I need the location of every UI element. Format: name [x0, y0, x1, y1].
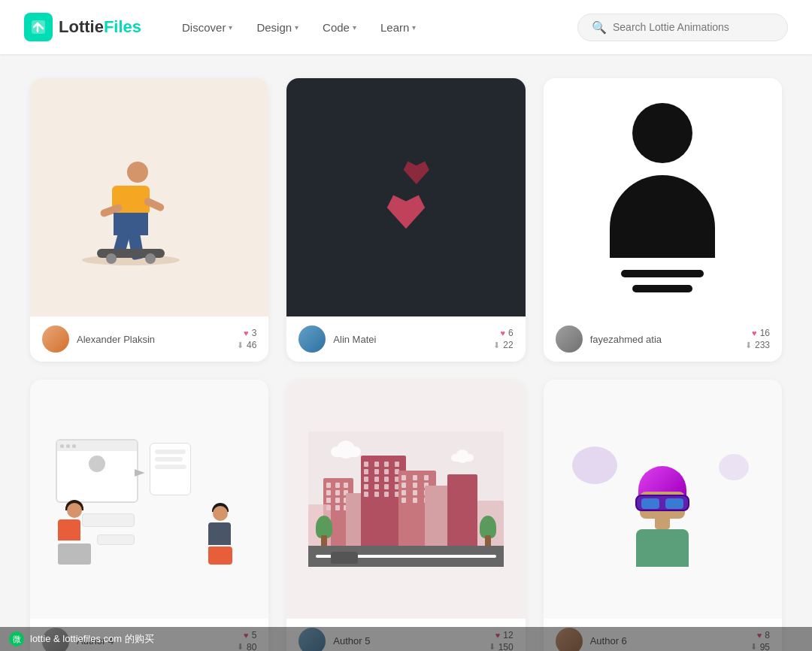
heart-icon: ♥	[244, 329, 249, 338]
logo-text: LottieFiles	[59, 17, 141, 37]
girl-figure	[58, 500, 91, 565]
vr-goggles	[635, 495, 689, 511]
person-body	[610, 175, 715, 258]
card-preview-6	[544, 380, 782, 618]
nav-code[interactable]: Code ▾	[312, 15, 367, 40]
vr-head	[632, 466, 692, 519]
author-name-3: fayezahmed atia	[590, 334, 738, 345]
watermark-bar: 微 lottie & lottiefiles.com 的购买	[0, 627, 812, 651]
chevron-down-icon: ▾	[295, 23, 298, 32]
heart-icon: ♥	[752, 329, 757, 338]
logo-icon	[24, 13, 53, 41]
vr-neck	[655, 519, 670, 529]
cloud-1	[331, 447, 361, 457]
browser-window	[56, 439, 138, 503]
likes-count-1: 3	[252, 328, 257, 338]
main-nav: Discover ▾ Design ▾ Code ▾ Learn ▾	[171, 15, 426, 40]
car	[331, 552, 358, 564]
person-illustration	[610, 103, 715, 292]
guy-figure	[208, 503, 232, 565]
downloads-row-2: ⬇ 22	[493, 340, 513, 350]
animation-card-3[interactable]: fayezahmed atia ♥ 16 ⬇ 233	[544, 78, 782, 362]
nav-discover[interactable]: Discover ▾	[171, 15, 243, 40]
float-box-2	[97, 534, 135, 545]
building-6	[447, 474, 477, 546]
card-stats-3: ♥ 16 ⬇ 233	[745, 328, 770, 350]
search-bar[interactable]: 🔍	[577, 14, 788, 41]
download-icon: ⬇	[493, 341, 500, 350]
download-icon: ⬇	[745, 341, 752, 350]
likes-row-1: ♥ 3	[244, 328, 256, 338]
wechat-icon: 微	[9, 631, 24, 646]
tree-right	[480, 516, 496, 547]
download-icon: ⬇	[237, 341, 244, 350]
card-stats-1: ♥ 3 ⬇ 46	[237, 328, 256, 350]
person-line-2	[632, 285, 692, 292]
vr-blob-1	[572, 447, 617, 484]
card-preview-3	[544, 78, 782, 316]
animation-card-5[interactable]: Author 5 ♥ 12 ⬇ 150	[286, 380, 525, 651]
card-preview-5	[286, 380, 525, 618]
downloads-count-1: 46	[247, 340, 256, 350]
heart-icon: ♥	[500, 329, 505, 338]
chevron-down-icon: ▾	[412, 23, 416, 32]
animation-card-2[interactable]: Alin Matei ♥ 6 ⬇ 22	[286, 78, 525, 362]
author-name-1: Alexander Plaksin	[77, 334, 229, 345]
card-footer-1: Alexander Plaksin ♥ 3 ⬇ 46	[30, 316, 268, 362]
animation-card-4[interactable]: Author 4 ♥ 5 ⬇ 80	[30, 380, 268, 651]
city-illustration	[308, 431, 504, 567]
hearts-illustration	[361, 153, 451, 243]
author-name-2: Alin Matei	[333, 334, 486, 345]
card-footer-2: Alin Matei ♥ 6 ⬇ 22	[286, 316, 525, 362]
work-illustration	[52, 428, 247, 571]
search-icon: 🔍	[592, 20, 607, 35]
vr-body	[636, 529, 689, 567]
floating-paper	[150, 443, 191, 495]
skateboarder-illustration	[67, 130, 232, 265]
animation-card-1[interactable]: Alexander Plaksin ♥ 3 ⬇ 46	[30, 78, 268, 362]
card-stats-2: ♥ 6 ⬇ 22	[493, 328, 513, 350]
likes-row-2: ♥ 6	[500, 328, 513, 338]
vr-blob-2	[719, 454, 749, 480]
card-preview-4	[30, 380, 268, 618]
watermark-text: lottie & lottiefiles.com 的购买	[30, 632, 154, 646]
tree-left	[316, 516, 332, 547]
downloads-row-3: ⬇ 233	[745, 340, 770, 350]
person-head	[632, 103, 692, 163]
person-lines	[621, 270, 704, 292]
logo-link[interactable]: LottieFiles	[24, 13, 141, 41]
animation-grid: Alexander Plaksin ♥ 3 ⬇ 46	[30, 78, 782, 651]
vr-illustration	[587, 431, 738, 567]
animation-card-6[interactable]: Author 6 ♥ 8 ⬇ 95	[544, 380, 782, 651]
nav-design[interactable]: Design ▾	[246, 15, 309, 40]
main-content: Alexander Plaksin ♥ 3 ⬇ 46	[0, 54, 812, 651]
avatar-3	[556, 326, 583, 353]
card-preview-2	[286, 78, 525, 316]
vr-person	[632, 466, 692, 567]
avatar-2	[298, 326, 326, 353]
nav-learn[interactable]: Learn ▾	[370, 15, 426, 40]
search-input[interactable]	[613, 21, 774, 33]
likes-row-3: ♥ 16	[752, 328, 770, 338]
card-preview-1	[30, 78, 268, 316]
avatar-1	[42, 326, 69, 353]
card-footer-3: fayezahmed atia ♥ 16 ⬇ 233	[544, 316, 782, 362]
person-line-1	[621, 270, 704, 277]
header: LottieFiles Discover ▾ Design ▾ Code ▾ L…	[0, 0, 812, 54]
likes-count-3: 16	[760, 328, 770, 338]
cloud-2	[451, 454, 474, 462]
likes-count-2: 6	[508, 328, 514, 338]
downloads-count-3: 233	[755, 340, 770, 350]
chevron-down-icon: ▾	[353, 23, 356, 32]
chevron-down-icon: ▾	[229, 23, 232, 32]
downloads-row-1: ⬇ 46	[237, 340, 256, 350]
downloads-count-2: 22	[503, 340, 513, 350]
